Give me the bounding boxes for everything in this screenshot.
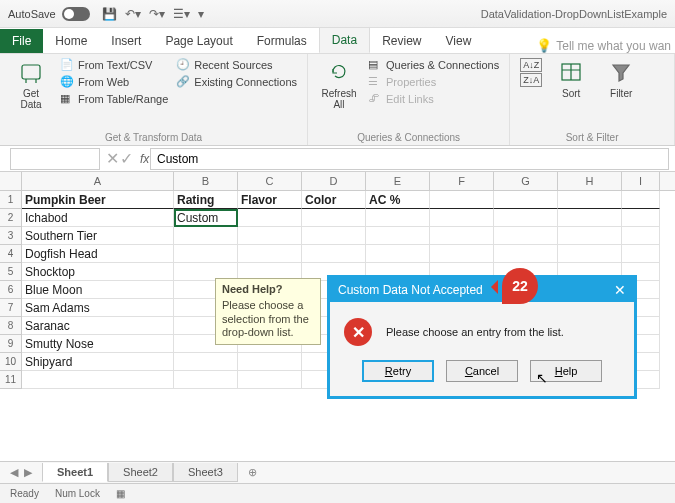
col-header-G[interactable]: G	[494, 172, 558, 190]
cell[interactable]	[558, 227, 622, 245]
cell[interactable]	[430, 209, 494, 227]
touch-mode-icon[interactable]: ☰▾	[173, 7, 190, 21]
cell[interactable]	[430, 227, 494, 245]
col-header-A[interactable]: A	[22, 172, 174, 190]
row-header[interactable]: 6	[0, 281, 22, 299]
table-row[interactable]: 2 Ichabod Custom▾	[0, 209, 675, 227]
cell[interactable]	[174, 227, 238, 245]
cell[interactable]	[494, 245, 558, 263]
edit-links-button[interactable]: 🖇Edit Links	[368, 92, 499, 106]
fx-icon[interactable]: fx	[134, 152, 150, 166]
redo-icon[interactable]: ↷▾	[149, 7, 165, 21]
cell[interactable]: Sam Adams	[22, 299, 174, 317]
new-sheet-button[interactable]: ⊕	[238, 463, 267, 482]
cell[interactable]	[302, 227, 366, 245]
tab-page-layout[interactable]: Page Layout	[153, 29, 244, 53]
row-header[interactable]: 9	[0, 335, 22, 353]
row-header[interactable]: 8	[0, 317, 22, 335]
cell[interactable]	[22, 371, 174, 389]
cell[interactable]	[366, 245, 430, 263]
cell[interactable]	[238, 209, 302, 227]
help-button[interactable]: Help	[530, 360, 602, 382]
undo-icon[interactable]: ↶▾	[125, 7, 141, 21]
cell[interactable]: Smutty Nose	[22, 335, 174, 353]
cell[interactable]	[302, 245, 366, 263]
active-cell[interactable]: Custom▾	[174, 209, 238, 227]
tab-view[interactable]: View	[434, 29, 484, 53]
col-header-D[interactable]: D	[302, 172, 366, 190]
cell[interactable]	[174, 353, 238, 371]
cell[interactable]	[622, 245, 660, 263]
cancel-entry-icon[interactable]: ✕	[106, 149, 120, 168]
cell[interactable]	[494, 191, 558, 209]
cell[interactable]	[366, 227, 430, 245]
dialog-title-bar[interactable]: Custom Data Not Accepted ✕	[330, 278, 634, 302]
col-header-E[interactable]: E	[366, 172, 430, 190]
cell[interactable]	[174, 371, 238, 389]
row-header[interactable]: 11	[0, 371, 22, 389]
cell[interactable]	[302, 209, 366, 227]
col-header-H[interactable]: H	[558, 172, 622, 190]
get-data-button[interactable]: Get Data	[10, 58, 52, 110]
cell[interactable]	[238, 227, 302, 245]
formula-input[interactable]	[150, 148, 669, 170]
filter-button[interactable]: Filter	[600, 58, 642, 99]
row-header[interactable]: 7	[0, 299, 22, 317]
tab-review[interactable]: Review	[370, 29, 433, 53]
cell[interactable]	[430, 191, 494, 209]
table-row[interactable]: 1 Pumpkin Beer Rating Flavor Color AC %	[0, 191, 675, 209]
cell[interactable]: Rating	[174, 191, 238, 209]
cell[interactable]	[174, 245, 238, 263]
qat-chevron-down-icon[interactable]: ▾	[198, 7, 204, 21]
cell[interactable]	[558, 209, 622, 227]
sort-za-button[interactable]: Z↓A	[520, 73, 542, 87]
cell[interactable]	[238, 245, 302, 263]
row-header[interactable]: 2	[0, 209, 22, 227]
cancel-button[interactable]: Cancel	[446, 360, 518, 382]
cell[interactable]: Shipyard	[22, 353, 174, 371]
tab-formulas[interactable]: Formulas	[245, 29, 319, 53]
name-box[interactable]	[10, 148, 100, 170]
from-table-range-button[interactable]: ▦From Table/Range	[60, 92, 168, 106]
tab-file[interactable]: File	[0, 29, 43, 53]
cell[interactable]: Shocktop	[22, 263, 174, 281]
from-web-button[interactable]: 🌐From Web	[60, 75, 168, 89]
tell-me[interactable]: 💡Tell me what you wan	[536, 38, 675, 53]
sheet-nav-next-icon[interactable]: ▶	[24, 466, 32, 479]
sheet-tab-2[interactable]: Sheet2	[108, 463, 173, 482]
properties-button[interactable]: ☰Properties	[368, 75, 499, 89]
enter-entry-icon[interactable]: ✓	[120, 149, 134, 168]
cell[interactable]: Blue Moon	[22, 281, 174, 299]
sort-button[interactable]: Sort	[550, 58, 592, 99]
sheet-tab-3[interactable]: Sheet3	[173, 463, 238, 482]
cell[interactable]	[494, 209, 558, 227]
cell[interactable]	[558, 245, 622, 263]
autosave-toggle[interactable]	[62, 7, 90, 21]
cell[interactable]: Flavor	[238, 191, 302, 209]
queries-connections-button[interactable]: ▤Queries & Connections	[368, 58, 499, 72]
cell[interactable]: AC %	[366, 191, 430, 209]
sheet-tab-1[interactable]: Sheet1	[42, 463, 108, 482]
cell[interactable]: Pumpkin Beer	[22, 191, 174, 209]
macro-record-icon[interactable]: ▦	[116, 488, 125, 499]
refresh-all-button[interactable]: Refresh All	[318, 58, 360, 110]
tab-home[interactable]: Home	[43, 29, 99, 53]
close-icon[interactable]: ✕	[614, 282, 626, 298]
cell[interactable]	[494, 227, 558, 245]
row-header[interactable]: 10	[0, 353, 22, 371]
row-header[interactable]: 1	[0, 191, 22, 209]
from-text-csv-button[interactable]: 📄From Text/CSV	[60, 58, 168, 72]
cell[interactable]: Southern Tier	[22, 227, 174, 245]
row-header[interactable]: 3	[0, 227, 22, 245]
cell[interactable]: Ichabod	[22, 209, 174, 227]
table-row[interactable]: 4Dogfish Head	[0, 245, 675, 263]
cell[interactable]: Color	[302, 191, 366, 209]
row-header[interactable]: 4	[0, 245, 22, 263]
col-header-B[interactable]: B	[174, 172, 238, 190]
recent-sources-button[interactable]: 🕘Recent Sources	[176, 58, 297, 72]
spreadsheet-grid[interactable]: 1 Pumpkin Beer Rating Flavor Color AC % …	[0, 191, 675, 227]
cell[interactable]: Dogfish Head	[22, 245, 174, 263]
select-all-button[interactable]	[0, 172, 22, 190]
cell[interactable]	[238, 371, 302, 389]
cell[interactable]	[430, 245, 494, 263]
